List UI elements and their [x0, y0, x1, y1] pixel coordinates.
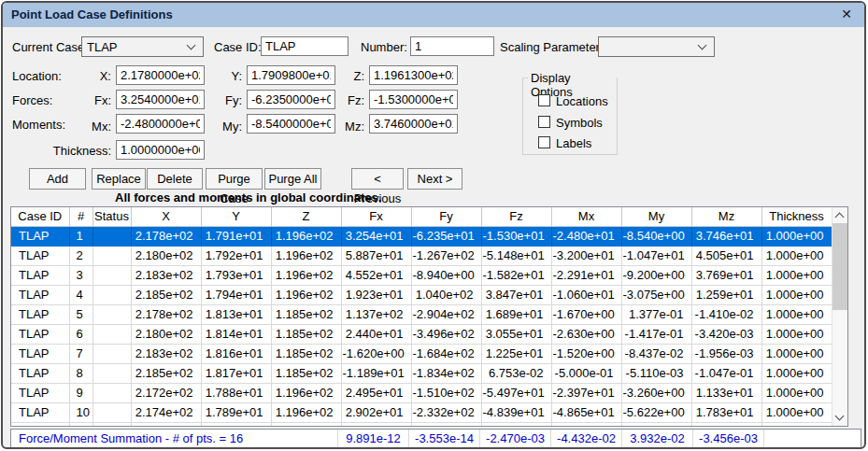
scroll-down-icon[interactable]	[832, 410, 847, 426]
table-cell: 1.133e+01	[691, 383, 761, 402]
table-cell: 6.753e-02	[481, 363, 551, 383]
replace-button[interactable]: Replace	[92, 168, 146, 190]
table-row[interactable]: TLAP32.183e+021.793e+011.196e+024.552e+0…	[11, 265, 832, 285]
next-button[interactable]: Next >	[407, 168, 462, 190]
location-z-field[interactable]	[369, 65, 458, 85]
table-cell: -2.397e+01	[551, 383, 621, 402]
table-row[interactable]: TLAP92.172e+021.788e+011.196e+022.495e+0…	[11, 383, 832, 402]
table-cell: 1.196e+02	[271, 285, 341, 304]
scaling-parameter-select[interactable]	[598, 36, 715, 57]
forces-fy-field[interactable]	[247, 90, 335, 109]
y-label: Y:	[223, 69, 242, 83]
table-row[interactable]: TLAP72.183e+021.816e+011.185e+02-1.620e+…	[11, 344, 832, 363]
location-x-field[interactable]	[116, 65, 205, 85]
column-header[interactable]: Z	[271, 207, 341, 226]
table-row[interactable]: TLAP42.185e+021.794e+011.196e+021.923e+0…	[11, 285, 832, 304]
current-case-select[interactable]: TLAP	[81, 36, 204, 57]
column-header[interactable]: Case ID	[11, 207, 69, 226]
chevron-down-icon	[698, 41, 707, 50]
table-row[interactable]: TLAP12.178e+021.791e+011.196e+023.254e+0…	[11, 226, 832, 246]
table-cell: 7	[69, 344, 92, 363]
column-header[interactable]: #	[69, 207, 92, 226]
forces-label: Forces:	[12, 93, 52, 107]
purge-case-button[interactable]: Purge Case	[206, 168, 263, 190]
add-button[interactable]: Add	[29, 168, 86, 190]
table-cell: -3.200e+01	[551, 246, 621, 265]
table-cell: 2.495e+01	[341, 383, 411, 402]
table-row[interactable]: TLAP62.180e+021.814e+011.185e+022.440e+0…	[11, 324, 832, 344]
moments-my-field[interactable]	[247, 114, 335, 134]
table-cell: 8	[69, 363, 92, 383]
my-label: My:	[216, 120, 242, 134]
vertical-scrollbar[interactable]	[832, 207, 847, 426]
scroll-up-icon[interactable]	[832, 207, 847, 223]
column-header[interactable]: Status	[92, 207, 131, 226]
labels-checkbox[interactable]	[538, 136, 550, 148]
column-header[interactable]: My	[621, 207, 691, 226]
table-cell	[341, 422, 411, 427]
delete-button[interactable]: Delete	[147, 168, 203, 190]
previous-button[interactable]: < Previous	[351, 168, 404, 190]
table-cell: 1.000e+00	[761, 383, 832, 402]
table-cell: -8.940e+00	[411, 265, 481, 285]
column-header[interactable]: Thickness	[761, 207, 832, 226]
location-y-field[interactable]	[247, 65, 335, 85]
table-cell: -5.000e-01	[551, 363, 621, 383]
table-cell: 1.689e+01	[481, 304, 551, 324]
table-row[interactable]: TLAP102.174e+021.789e+011.196e+022.902e+…	[11, 402, 832, 422]
locations-checkbox-label: Locations	[556, 94, 608, 108]
table-cell	[761, 422, 832, 427]
summation-value: 3.932e-02	[621, 430, 692, 447]
table-cell: 9	[69, 383, 92, 402]
table-cell: 1.000e+00	[761, 246, 832, 265]
table-cell: 1.185e+02	[271, 304, 341, 324]
table-cell: -2.291e+01	[551, 265, 621, 285]
locations-checkbox[interactable]	[538, 94, 550, 106]
thickness-field[interactable]	[116, 140, 205, 160]
close-icon[interactable]: ✕	[841, 7, 852, 21]
table-cell: -1.060e+01	[551, 285, 621, 304]
table-cell: -1.670e+00	[551, 304, 621, 324]
table-cell: -1.620e+00	[341, 344, 411, 363]
table-row[interactable]: TLAP82.185e+021.817e+011.185e+02-1.189e+…	[11, 363, 832, 383]
point-load-case-definitions-dialog: Point Load Case Definitions ✕ Current Ca…	[1, 1, 866, 449]
table-cell: TLAP	[11, 324, 69, 344]
table-cell: 2.172e+02	[131, 383, 201, 402]
forces-fz-field[interactable]	[369, 90, 458, 109]
table-row[interactable]: TLAP52.178e+021.813e+011.185e+021.137e+0…	[11, 304, 832, 324]
table-cell: 1.259e+01	[691, 285, 761, 304]
column-header[interactable]: Y	[201, 207, 271, 226]
symbols-checkbox[interactable]	[538, 116, 550, 128]
number-field[interactable]	[410, 36, 494, 56]
column-header[interactable]: Fy	[411, 207, 481, 226]
table-cell: 4.552e+01	[341, 265, 411, 285]
global-coordinates-note: All forces and moments in global coordin…	[115, 190, 381, 204]
column-header[interactable]: X	[131, 207, 201, 226]
table-cell	[411, 422, 481, 427]
case-id-field[interactable]	[261, 36, 349, 56]
table-row[interactable]: TLAP22.180e+021.792e+011.196e+025.887e+0…	[11, 246, 832, 265]
column-header[interactable]: Fz	[481, 207, 551, 226]
forces-fx-field[interactable]	[116, 90, 205, 109]
purge-all-button[interactable]: Purge All	[264, 168, 321, 190]
display-options-group: Display Options Locations Symbols Labels	[522, 78, 618, 155]
table-cell: 2.178e+02	[131, 304, 201, 324]
table-cell: 2.180e+02	[131, 246, 201, 265]
table-cell: -1.267e+02	[411, 246, 481, 265]
table-cell: -8.540e+00	[621, 226, 691, 246]
table-cell: 2.178e+02	[131, 226, 201, 246]
moments-mx-field[interactable]	[116, 114, 205, 134]
column-header[interactable]: Fx	[341, 207, 411, 226]
table-cell: 3.769e+01	[691, 265, 761, 285]
column-header[interactable]: Mx	[551, 207, 621, 226]
column-header[interactable]: Mz	[691, 207, 761, 226]
table-cell: -1.530e+01	[481, 226, 551, 246]
title-bar: Point Load Case Definitions ✕	[3, 3, 864, 27]
table-cell: 2	[69, 246, 92, 265]
table-cell: 3.254e+01	[341, 226, 411, 246]
moments-mz-field[interactable]	[369, 114, 458, 134]
table-cell	[92, 285, 131, 304]
table-cell: -5.148e+01	[481, 246, 551, 265]
scrollbar-thumb[interactable]	[832, 223, 847, 310]
summation-bar: Force/Moment Summation - # of pts. = 16 …	[10, 429, 861, 448]
